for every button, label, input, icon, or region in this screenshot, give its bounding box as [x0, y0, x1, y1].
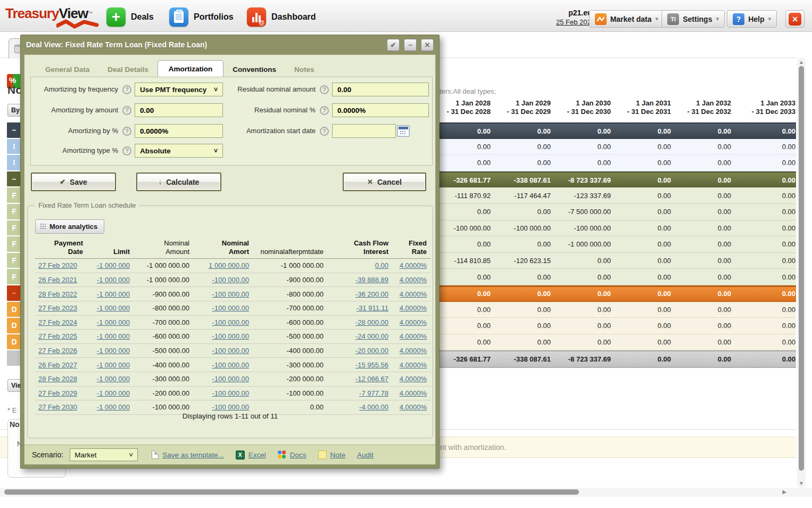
scenario-link[interactable]: Docs: [278, 450, 306, 459]
save-button[interactable]: ✔ Save: [31, 173, 116, 191]
nominal-amort-link[interactable]: -100 000.00: [212, 276, 249, 284]
help-icon[interactable]: ?: [122, 146, 131, 155]
residual-nominal-pct-input[interactable]: [337, 106, 424, 114]
scenario-link[interactable]: X Excel: [236, 450, 266, 460]
table-row[interactable]: -100 000.00 -100 000.00 -100 000.00 0.00…: [435, 220, 796, 237]
limit-link[interactable]: -1 000 000: [97, 304, 130, 312]
scenario-select[interactable]: Market ˅: [70, 448, 138, 461]
dialog-minimize-button[interactable]: −: [404, 39, 417, 51]
dialog-tab[interactable]: Conventions: [223, 62, 285, 77]
table-row[interactable]: 0.00 0.00 0.00 0.00 0.00 0.00: [435, 122, 796, 139]
row-marker[interactable]: F: [7, 269, 21, 285]
table-row[interactable]: 0.00 0.00 0.00 0.00 0.00 0.00: [435, 302, 796, 318]
nominal-amort-link[interactable]: -100 000.00: [212, 361, 249, 369]
amortization-start-date-field[interactable]: [332, 124, 396, 138]
amortizing-by-pct-input[interactable]: [140, 127, 218, 135]
fixed-rate-link[interactable]: 4.0000%: [400, 261, 427, 269]
fixed-rate-link[interactable]: 4.0000%: [400, 361, 427, 369]
payment-date-link[interactable]: 27 Feb 2024: [38, 318, 77, 326]
scroll-up-arrow[interactable]: ▲: [797, 59, 806, 65]
limit-link[interactable]: -1 000 000: [97, 318, 130, 326]
amortizing-by-pct-field[interactable]: [135, 124, 223, 138]
payment-date-link[interactable]: 26 Feb 2021: [38, 276, 77, 284]
vertical-scrollbar-thumb[interactable]: [799, 66, 804, 471]
limit-link[interactable]: -1 000 000: [97, 403, 130, 411]
fixed-rate-link[interactable]: 4.0000%: [400, 403, 427, 411]
limit-link[interactable]: -1 000 000: [97, 361, 130, 369]
row-marker[interactable]: D: [7, 318, 21, 334]
cash-flow-interest-link[interactable]: -12 066.67: [355, 375, 388, 383]
row-marker[interactable]: –: [7, 171, 21, 188]
fixed-rate-link[interactable]: 4.0000%: [400, 389, 427, 397]
table-row[interactable]: 0.00 0.00 0.00 0.00 0.00 0.00: [435, 269, 796, 285]
fixed-rate-link[interactable]: 4.0000%: [400, 290, 427, 298]
fixed-rate-link[interactable]: 4.0000%: [400, 276, 427, 284]
row-marker[interactable]: I: [7, 155, 21, 171]
settings-button[interactable]: TI Settings ▾: [661, 10, 725, 28]
nav-deals[interactable]: + Deals: [106, 7, 154, 27]
limit-link[interactable]: -1 000 000: [97, 347, 130, 355]
limit-link[interactable]: -1 000 000: [97, 375, 130, 383]
amortizing-by-amount-field[interactable]: [135, 103, 223, 117]
payment-date-link[interactable]: 27 Feb 2025: [38, 332, 77, 340]
table-row[interactable]: -114 810.85 -120 623.15 0.00 0.00 0.00 0…: [435, 253, 796, 269]
nav-portfolios[interactable]: Portfolios: [169, 7, 234, 27]
row-marker[interactable]: F: [7, 236, 21, 253]
table-row[interactable]: 0.00 0.00 0.00 0.00 0.00 0.00: [435, 139, 796, 155]
market-data-button[interactable]: Market data ▾: [589, 10, 664, 28]
row-marker[interactable]: D: [7, 334, 21, 351]
cash-flow-interest-link[interactable]: -20 000.00: [355, 347, 388, 355]
scroll-right-arrow[interactable]: ▶: [782, 489, 786, 495]
scenario-link[interactable]: Save as template...: [152, 450, 224, 459]
payment-date-link[interactable]: 27 Feb 2026: [38, 347, 77, 355]
row-marker[interactable]: –: [7, 122, 21, 139]
dialog-confirm-button[interactable]: ✔: [387, 39, 400, 51]
dialog-tab[interactable]: Amortization: [158, 60, 224, 77]
dialog-close-button[interactable]: ✕: [421, 39, 434, 51]
scenario-link[interactable]: Audit: [357, 451, 374, 459]
table-row[interactable]: 0.00 0.00 0.00 0.00 0.00 0.00: [435, 318, 796, 334]
dialog-title-bar[interactable]: Deal View: Fixed Rate Term Loan (Fixed R…: [24, 35, 436, 54]
row-marker[interactable]: F: [7, 187, 21, 204]
row-marker[interactable]: F: [7, 253, 21, 269]
horizontal-scrollbar-thumb[interactable]: [4, 489, 579, 495]
dialog-tab[interactable]: General Data: [36, 62, 98, 77]
fixed-rate-link[interactable]: 4.0000%: [400, 332, 427, 340]
row-marker[interactable]: –: [7, 285, 21, 302]
payment-date-link[interactable]: 27 Feb 2020: [38, 261, 77, 269]
fixed-rate-link[interactable]: 4.0000%: [400, 318, 427, 326]
fixed-rate-link[interactable]: 4.0000%: [400, 347, 427, 355]
calculate-button[interactable]: ↓ Calculate: [136, 173, 221, 191]
payment-date-link[interactable]: 27 Feb 2023: [38, 304, 77, 312]
amortizing-type-pct-select[interactable]: Absolute ˅: [135, 144, 223, 158]
cash-flow-interest-link[interactable]: 0.00: [375, 261, 388, 269]
residual-nominal-amount-input[interactable]: [337, 86, 424, 94]
cash-flow-interest-link[interactable]: -15 955.56: [355, 361, 388, 369]
cash-flow-interest-link[interactable]: -36 200.00: [355, 290, 388, 298]
limit-link[interactable]: -1 000 000: [97, 276, 130, 284]
table-row[interactable]: 0.00 0.00 0.00 0.00 0.00 0.00: [435, 334, 796, 351]
limit-link[interactable]: -1 000 000: [97, 290, 130, 298]
cancel-button[interactable]: ✕ Cancel: [343, 173, 426, 191]
table-row[interactable]: 0.00 0.00 -1 000 000.00 0.00 0.00 0.00: [435, 236, 796, 253]
residual-nominal-pct-field[interactable]: [332, 103, 429, 117]
more-analytics-button[interactable]: More analytics: [35, 219, 104, 234]
table-row[interactable]: -111 870.92 -117 464.47 -123 337.69 0.00…: [435, 187, 796, 204]
nominal-amort-link[interactable]: -100 000.00: [212, 347, 249, 355]
nominal-amort-link[interactable]: -100 000.00: [212, 318, 249, 326]
fixed-rate-link[interactable]: 4.0000%: [400, 304, 427, 312]
help-icon[interactable]: ?: [320, 106, 329, 115]
row-marker[interactable]: F: [7, 220, 21, 237]
nominal-amort-link[interactable]: -100 000.00: [212, 332, 249, 340]
help-icon[interactable]: ?: [320, 127, 329, 136]
nominal-amort-link[interactable]: 1 000 000.00: [209, 261, 249, 269]
table-row[interactable]: 0.00 0.00 -7 500 000.00 0.00 0.00 0.00: [435, 204, 796, 220]
dialog-tab[interactable]: Notes: [285, 62, 324, 77]
payment-date-link[interactable]: 27 Feb 2030: [38, 403, 77, 411]
fixed-rate-link[interactable]: 4.0000%: [400, 375, 427, 383]
nominal-amort-link[interactable]: -100 000.00: [212, 290, 249, 298]
treasuryview-logo[interactable]: TreasuryView™: [5, 5, 104, 29]
limit-link[interactable]: -1 000 000: [97, 261, 130, 269]
amortization-start-date-input[interactable]: [337, 127, 391, 135]
limit-link[interactable]: -1 000 000: [97, 332, 130, 340]
